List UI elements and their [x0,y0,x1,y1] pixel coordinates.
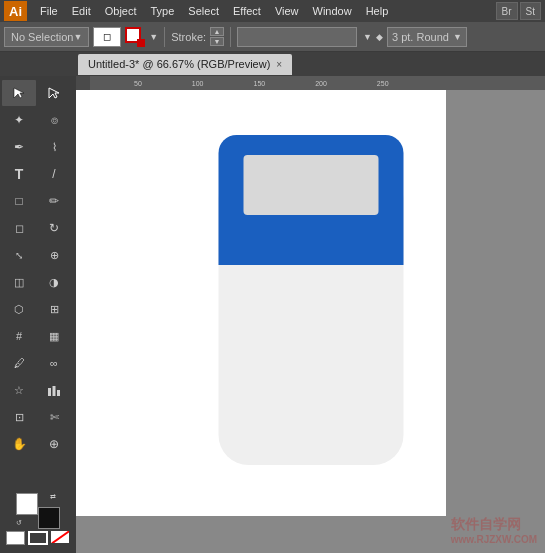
stroke-profile-arrow: ▼ [363,32,372,42]
chart-tool[interactable] [37,377,71,403]
ruler-corner [76,76,90,90]
menu-view[interactable]: View [268,3,306,19]
slice-icon: ✄ [50,411,59,424]
paintbrush-tool[interactable]: ✏ [37,188,71,214]
tool-row-3: ✒ ⌇ [2,134,74,160]
hand-tool[interactable]: ✋ [2,431,36,457]
tool-row-1 [2,80,74,106]
plus-icon: ◆ [376,32,383,42]
tab-close-button[interactable]: × [276,59,282,70]
lasso-icon: ⌾ [51,113,58,127]
eyedropper-tool[interactable]: 🖊 [2,350,36,376]
mesh-tool[interactable]: # [2,323,36,349]
tool-row-8: ◫ ◑ [2,269,74,295]
no-selection-dropdown[interactable]: No Selection ▼ [4,27,89,47]
select-tool-icon [12,86,26,100]
tool-row-4: T / [2,161,74,187]
stroke-profile-dropdown[interactable] [237,27,357,47]
svg-rect-3 [53,386,56,396]
tool-row-6: ◻ ↻ [2,215,74,241]
svg-marker-1 [49,88,59,98]
tool-row-10: # ▦ [2,323,74,349]
stroke-color-indicator[interactable] [125,27,145,47]
fill-color-icon: ◻ [103,31,111,42]
eraser-tool[interactable]: ◻ [2,215,36,241]
stroke-color-mode[interactable] [28,531,47,545]
paintbrush-icon: ✏ [49,194,59,208]
menu-file[interactable]: File [33,3,65,19]
direct-select-tool[interactable] [37,80,71,106]
scale-tool[interactable]: ⤡ [2,242,36,268]
lasso-tool[interactable]: ⌾ [37,107,71,133]
symbol-icon: ☆ [14,384,24,397]
menu-bar-right: Br St [496,2,541,20]
menu-edit[interactable]: Edit [65,3,98,19]
menu-window[interactable]: Window [306,3,359,19]
free-transform-tool[interactable]: ◫ [2,269,36,295]
menu-object[interactable]: Object [98,3,144,19]
select-tool[interactable] [2,80,36,106]
color-swatch-area: ⇄ ↺ [16,493,60,529]
background-color-swatch[interactable] [38,507,60,529]
main-area: ✦ ⌾ ✒ ⌇ T / □ ✏ [0,76,545,553]
perspective-tool[interactable]: ⊞ [37,296,71,322]
rect-tool[interactable]: □ [2,188,36,214]
stroke-up-arrow[interactable]: ▲ [210,27,224,36]
canvas-area[interactable]: 50 100 150 200 250 软件自学网 www.RJZXW.COM [76,76,545,553]
pt-round-dropdown[interactable]: 3 pt. Round ▼ [387,27,467,47]
artboard-icon: ⊡ [15,411,24,424]
menu-help[interactable]: Help [359,3,396,19]
foreground-color-swatch[interactable] [16,493,38,515]
menu-select[interactable]: Select [181,3,226,19]
shape-builder-tool[interactable]: ◑ [37,269,71,295]
curvature-tool[interactable]: ⌇ [37,134,71,160]
pen-tool[interactable]: ✒ [2,134,36,160]
tab-bar: Untitled-3* @ 66.67% (RGB/Preview) × [0,52,545,76]
hand-icon: ✋ [12,437,27,451]
curvature-icon: ⌇ [52,141,57,154]
swap-colors-icon[interactable]: ⇄ [50,493,60,503]
zoom-tool[interactable]: ⊕ [37,431,71,457]
stock-button[interactable]: St [520,2,541,20]
puppet-warp-tool[interactable]: ⊕ [37,242,71,268]
puppet-warp-icon: ⊕ [50,249,59,262]
no-selection-label: No Selection [11,31,73,43]
canvas-content [76,76,545,553]
symbol-sprayer-tool[interactable]: ☆ [2,377,36,403]
line-tool[interactable]: / [37,161,71,187]
type-tool[interactable]: T [2,161,36,187]
document-tab[interactable]: Untitled-3* @ 66.67% (RGB/Preview) × [78,54,292,75]
blend-tool[interactable]: ∞ [37,350,71,376]
rotate-tool[interactable]: ↻ [37,215,71,241]
blend-icon: ∞ [50,357,58,369]
line-icon: / [52,167,55,181]
tool-row-7: ⤡ ⊕ [2,242,74,268]
tool-row-5: □ ✏ [2,188,74,214]
color-mode-row [6,531,70,545]
fill-color-mode[interactable] [6,531,25,545]
gradient-tool[interactable]: ▦ [37,323,71,349]
reset-colors-icon[interactable]: ↺ [16,519,26,529]
free-transform-icon: ◫ [14,276,24,289]
none-color-mode[interactable] [51,531,70,545]
stroke-down-arrow[interactable]: ▼ [210,37,224,46]
slice-tool[interactable]: ✄ [37,404,71,430]
gradient-icon: ▦ [49,330,59,343]
toolbar-separator-2 [230,27,231,47]
stroke-spinner[interactable]: ▲ ▼ [210,27,224,46]
device-screen [243,155,378,215]
selection-section: No Selection ▼ [4,27,89,47]
fill-color-box[interactable]: ◻ [93,27,121,47]
artboard-tool[interactable]: ⊡ [2,404,36,430]
menu-type[interactable]: Type [144,3,182,19]
live-paint-tool[interactable]: ⬡ [2,296,36,322]
color-dropdown-arrow: ▼ [149,32,158,42]
tool-row-14: ✋ ⊕ [2,431,74,457]
bridge-button[interactable]: Br [496,2,518,20]
menu-effect[interactable]: Effect [226,3,268,19]
stroke-red-box [137,39,145,47]
shape-builder-icon: ◑ [49,276,59,289]
pt-round-label: 3 pt. Round [392,31,449,43]
magic-wand-tool[interactable]: ✦ [2,107,36,133]
dropdown-arrow-icon: ▼ [73,32,82,42]
